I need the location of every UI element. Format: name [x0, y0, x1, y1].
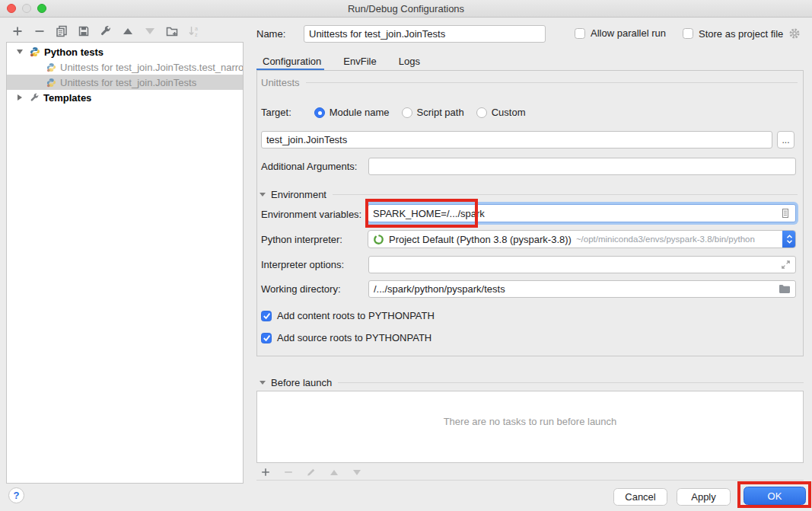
- copy-configuration-icon[interactable]: [55, 24, 68, 38]
- python-interpreter-dropdown[interactable]: Project Default (Python 3.8 (pyspark-3.8…: [368, 230, 796, 248]
- checkbox-unchecked-icon[interactable]: [575, 28, 585, 39]
- ok-button[interactable]: OK: [744, 487, 806, 505]
- python-interpreter-label: Python interpreter:: [261, 234, 342, 245]
- python-tests-icon: [30, 46, 40, 57]
- before-launch-title: Before launch: [271, 377, 332, 388]
- move-task-up-icon: [327, 465, 341, 479]
- environment-section-title: Environment: [271, 189, 326, 200]
- python-test-config-icon: [46, 78, 56, 88]
- radio-selected-icon[interactable]: [314, 107, 325, 118]
- interpreter-options-input-text[interactable]: [374, 259, 781, 270]
- radio-label: Script path: [417, 107, 464, 118]
- env-vars-editor-icon[interactable]: [780, 208, 791, 219]
- move-up-icon[interactable]: [121, 24, 135, 38]
- name-input[interactable]: [304, 25, 546, 43]
- section-collapse-icon[interactable]: [260, 381, 266, 385]
- allow-parallel-run-label: Allow parallel run: [591, 27, 666, 39]
- edit-task-icon: [304, 465, 318, 479]
- add-configuration-icon[interactable]: [11, 24, 24, 38]
- save-configuration-icon[interactable]: [77, 24, 91, 38]
- tree-item-templates[interactable]: Templates: [7, 90, 243, 105]
- radio-label: Module name: [330, 107, 390, 118]
- checkbox-unchecked-icon[interactable]: [683, 28, 693, 39]
- python-interpreter-value: Project Default (Python 3.8 (pyspark-3.8…: [389, 234, 572, 245]
- name-input-text[interactable]: [309, 28, 540, 40]
- tab-configuration[interactable]: Configuration: [263, 56, 321, 67]
- window-title: Run/Debug Configurations: [348, 3, 464, 14]
- run-debug-configurations-dialog: Run/Debug Configurations az Python tests: [0, 0, 812, 511]
- radio-custom[interactable]: Custom: [476, 107, 526, 118]
- window-controls: [7, 4, 46, 13]
- new-folder-icon[interactable]: [165, 24, 179, 38]
- cancel-button[interactable]: Cancel: [613, 488, 667, 506]
- store-as-project-file-label: Store as project file: [699, 28, 783, 40]
- interpreter-options-input[interactable]: [368, 256, 796, 273]
- tree-item-unittest-jointests[interactable]: Unittests for test_join.JoinTests: [7, 75, 243, 90]
- working-directory-input[interactable]: [368, 280, 796, 298]
- remove-configuration-icon[interactable]: [33, 24, 46, 38]
- allow-parallel-run-checkbox[interactable]: Allow parallel run: [575, 27, 666, 39]
- additional-arguments-input-text[interactable]: [374, 161, 791, 172]
- add-content-roots-checkbox[interactable]: Add content roots to PYTHONPATH: [261, 310, 435, 321]
- radio-module-name[interactable]: Module name: [314, 107, 390, 118]
- working-directory-input-text[interactable]: [374, 283, 779, 295]
- before-launch-empty-text: There are no tasks to run before launch: [257, 416, 803, 427]
- divider: [333, 194, 798, 195]
- additional-arguments-label: Additional Arguments:: [261, 161, 357, 172]
- zoom-window-button[interactable]: [37, 4, 46, 13]
- browse-button[interactable]: ...: [777, 131, 794, 149]
- remove-task-icon: [282, 465, 295, 479]
- configurations-tree: Python tests Unittests for test_join.Joi…: [6, 42, 244, 484]
- edit-templates-icon[interactable]: [99, 24, 113, 38]
- module-name-input-text[interactable]: [266, 134, 767, 145]
- svg-text:z: z: [195, 32, 198, 37]
- chevron-collapsed-icon[interactable]: [18, 94, 22, 101]
- move-down-icon: [143, 24, 157, 38]
- radio-unselected-icon[interactable]: [402, 107, 412, 118]
- section-collapse-icon[interactable]: [260, 193, 266, 196]
- environment-section-header[interactable]: Environment: [260, 189, 798, 200]
- tree-item-unittest-narrow[interactable]: Unittests for test_join.JoinTests.test_n…: [7, 59, 243, 75]
- divider: [306, 82, 798, 83]
- radio-script-path[interactable]: Script path: [402, 107, 464, 118]
- radio-unselected-icon[interactable]: [476, 107, 487, 118]
- tree-item-label: Unittests for test_join.JoinTests: [60, 77, 196, 88]
- working-directory-label: Working directory:: [261, 283, 341, 295]
- target-row: Target: Module name Script path Custom: [261, 107, 537, 118]
- checkbox-checked-icon[interactable]: [261, 311, 272, 321]
- before-launch-toolbar: [259, 466, 364, 478]
- additional-arguments-input[interactable]: [368, 158, 796, 175]
- expand-field-icon[interactable]: [781, 260, 791, 270]
- dropdown-stepper-icon[interactable]: [782, 230, 796, 248]
- tab-bar: Configuration EnvFile Logs: [263, 52, 420, 70]
- tree-item-label: Unittests for test_join.JoinTests.test_n…: [60, 62, 243, 73]
- unittests-group-title: Unittests: [261, 77, 300, 88]
- environment-variables-input-text[interactable]: [373, 208, 780, 219]
- apply-button[interactable]: Apply: [677, 488, 731, 506]
- before-launch-header[interactable]: Before launch: [260, 377, 804, 388]
- chevron-expanded-icon[interactable]: [17, 50, 23, 54]
- conda-environment-icon: [373, 234, 384, 245]
- add-task-icon[interactable]: [259, 465, 272, 479]
- tab-logs[interactable]: Logs: [399, 56, 420, 67]
- python-test-config-icon: [46, 62, 56, 72]
- target-label: Target:: [261, 107, 291, 118]
- add-source-roots-checkbox[interactable]: Add source roots to PYTHONPATH: [261, 332, 431, 343]
- before-launch-task-list[interactable]: There are no tasks to run before launch: [256, 391, 804, 463]
- help-button[interactable]: ?: [8, 487, 24, 503]
- gear-icon: [788, 27, 801, 40]
- store-as-project-file-checkbox[interactable]: Store as project file: [683, 27, 801, 40]
- module-name-input[interactable]: [261, 131, 772, 149]
- close-window-button[interactable]: [7, 4, 16, 13]
- folder-icon[interactable]: [779, 284, 791, 294]
- move-task-down-icon: [350, 465, 364, 479]
- divider: [338, 382, 804, 383]
- tab-envfile[interactable]: EnvFile: [343, 56, 376, 67]
- add-content-roots-label: Add content roots to PYTHONPATH: [277, 310, 435, 321]
- environment-variables-label: Environment variables:: [261, 209, 361, 220]
- checkbox-checked-icon[interactable]: [261, 333, 272, 343]
- tree-item-label: Templates: [43, 92, 91, 104]
- environment-variables-input[interactable]: [368, 204, 796, 222]
- titlebar: Run/Debug Configurations: [0, 0, 812, 18]
- tree-item-python-tests[interactable]: Python tests: [7, 44, 243, 59]
